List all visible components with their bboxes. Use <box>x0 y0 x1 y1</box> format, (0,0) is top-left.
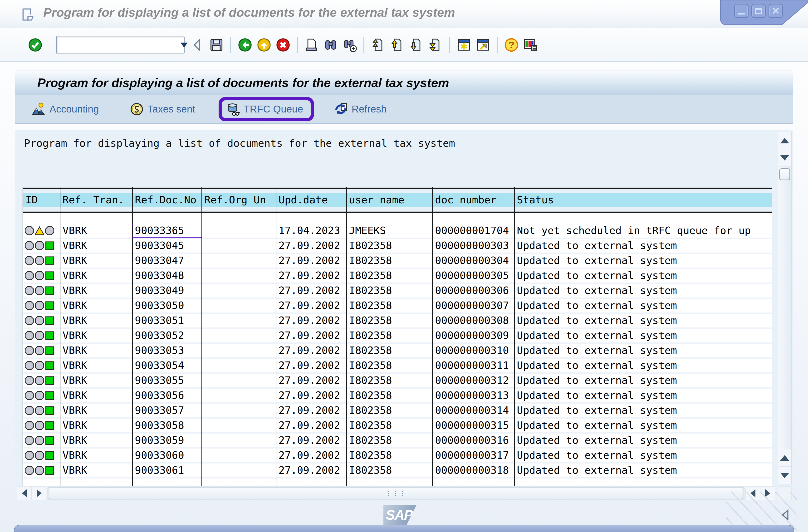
cell-doc-number[interactable]: 000000000318 <box>432 463 514 477</box>
cell-ref-tran[interactable]: VBRK <box>60 434 132 447</box>
cell-user-name[interactable]: JMEEKS <box>346 224 432 238</box>
cell-ref-tran[interactable]: VBRK <box>60 314 132 328</box>
col-doc-number[interactable]: doc number <box>432 192 514 207</box>
status-light-green[interactable] <box>23 239 60 253</box>
cell-ref-doc-no[interactable]: 90033060 <box>132 448 201 462</box>
col-upd-date[interactable]: Upd.date <box>276 192 346 207</box>
cell-ref-doc-no[interactable]: 90033054 <box>132 359 201 372</box>
exit-icon[interactable] <box>257 38 271 52</box>
cell-upd-date[interactable]: 27.09.2002 <box>276 254 346 268</box>
col-user-name[interactable]: user name <box>346 192 432 207</box>
table-row[interactable]: VBRK9003305027.09.2002I80235800000000030… <box>23 299 772 314</box>
cell-status[interactable]: Updated to external system <box>514 463 772 477</box>
cell-doc-number[interactable]: 000000000316 <box>432 434 514 447</box>
status-light-green[interactable] <box>23 448 60 462</box>
help-icon[interactable]: ? <box>504 38 519 52</box>
cell-ref-org-un[interactable] <box>201 329 276 343</box>
cell-status[interactable]: Updated to external system <box>514 269 772 282</box>
vertical-scrollbar[interactable] <box>778 132 792 484</box>
cell-ref-tran[interactable]: VBRK <box>60 463 132 477</box>
cell-upd-date[interactable]: 27.09.2002 <box>276 389 346 402</box>
cell-doc-number[interactable]: 000000000313 <box>432 389 514 402</box>
col-ref-org-un[interactable]: Ref.Org Un <box>201 192 276 207</box>
scroll-up-button[interactable] <box>778 132 791 149</box>
cell-ref-org-un[interactable] <box>201 254 276 268</box>
cell-ref-org-un[interactable] <box>201 373 276 387</box>
cell-ref-doc-no[interactable]: 90033045 <box>132 239 201 253</box>
table-row[interactable]: VBRK9003305727.09.2002I80235800000000031… <box>23 404 772 419</box>
statusbar-collapse-button[interactable] <box>779 509 791 521</box>
cell-doc-number[interactable]: 000000000310 <box>432 344 514 357</box>
cell-user-name[interactable]: I802358 <box>346 299 432 312</box>
cell-upd-date[interactable]: 27.09.2002 <box>276 404 346 417</box>
command-input[interactable] <box>57 40 181 50</box>
find-icon[interactable] <box>323 38 338 52</box>
find-next-icon[interactable] <box>342 38 357 52</box>
cell-user-name[interactable]: I802358 <box>346 254 432 268</box>
cell-ref-tran[interactable]: VBRK <box>60 344 132 357</box>
cell-user-name[interactable]: I802358 <box>346 314 432 328</box>
cell-ref-org-un[interactable] <box>201 269 276 282</box>
table-row[interactable]: VBRK9003305627.09.2002I80235800000000031… <box>23 389 772 404</box>
trfc-queue-button[interactable]: TRFC Queue <box>226 102 303 116</box>
horizontal-scrollbar-thumb[interactable]: ⋮⋮⋮ <box>49 487 743 499</box>
status-light-green[interactable] <box>23 404 60 417</box>
cell-ref-doc-no[interactable]: 90033053 <box>132 344 201 357</box>
table-row[interactable]: VBRK9003304727.09.2002I80235800000000030… <box>23 254 772 269</box>
cell-ref-doc-no[interactable]: 90033057 <box>132 404 201 417</box>
cell-status[interactable]: Updated to external system <box>514 284 772 297</box>
cell-status[interactable]: Updated to external system <box>514 404 772 417</box>
close-button[interactable]: ✕ <box>769 4 783 18</box>
cell-doc-number[interactable]: 000000001704 <box>432 224 514 238</box>
cell-user-name[interactable]: I802358 <box>346 239 432 253</box>
command-field[interactable] <box>56 36 185 54</box>
enter-icon[interactable] <box>28 38 42 52</box>
cell-ref-org-un[interactable] <box>201 463 276 477</box>
cell-ref-tran[interactable]: VBRK <box>60 224 132 238</box>
cell-ref-doc-no[interactable]: 90033059 <box>132 434 201 447</box>
minimize-button[interactable] <box>734 4 749 18</box>
cell-ref-tran[interactable]: VBRK <box>60 329 132 343</box>
table-row[interactable]: VBRK9003305227.09.2002I80235800000000030… <box>23 329 772 344</box>
cell-upd-date[interactable]: 27.09.2002 <box>276 344 346 357</box>
cell-upd-date[interactable]: 27.09.2002 <box>276 448 346 462</box>
cell-upd-date[interactable]: 27.09.2002 <box>276 359 346 372</box>
cell-ref-doc-no[interactable]: 90033365 <box>132 224 201 238</box>
cell-ref-tran[interactable]: VBRK <box>60 419 132 432</box>
cell-status[interactable]: Updated to external system <box>514 359 772 372</box>
cell-user-name[interactable]: I802358 <box>346 419 432 432</box>
status-light-green[interactable] <box>23 463 60 477</box>
vertical-scrollbar-thumb[interactable] <box>779 168 790 180</box>
cell-upd-date[interactable]: 27.09.2002 <box>276 373 346 387</box>
table-row[interactable]: VBRK9003305327.09.2002I80235800000000031… <box>23 344 772 359</box>
status-light-yellow[interactable] <box>23 224 60 238</box>
table-row[interactable]: VBRK9003305127.09.2002I80235800000000030… <box>23 314 772 329</box>
scroll-down-button[interactable] <box>778 149 791 166</box>
cell-doc-number[interactable]: 000000000306 <box>432 284 514 297</box>
cell-user-name[interactable]: I802358 <box>346 373 432 387</box>
cell-ref-doc-no[interactable]: 90033047 <box>132 254 201 268</box>
command-collapse-icon[interactable] <box>190 38 205 52</box>
print-icon[interactable] <box>304 38 319 52</box>
previous-page-icon[interactable] <box>390 38 405 52</box>
cell-status[interactable]: Updated to external system <box>514 448 772 462</box>
scroll-down-button-bottom[interactable] <box>778 467 791 484</box>
cell-user-name[interactable]: I802358 <box>346 269 432 282</box>
status-light-green[interactable] <box>23 344 60 357</box>
status-light-green[interactable] <box>23 254 60 268</box>
cell-doc-number[interactable]: 000000000312 <box>432 373 514 387</box>
scroll-up-button-bottom[interactable] <box>778 450 791 466</box>
cell-ref-tran[interactable]: VBRK <box>60 359 132 372</box>
cell-doc-number[interactable]: 000000000304 <box>432 254 514 268</box>
col-ref-tran-[interactable]: Ref. Tran. <box>60 192 132 207</box>
cell-ref-doc-no[interactable]: 90033049 <box>132 284 201 297</box>
cell-status[interactable]: Updated to external system <box>514 389 772 402</box>
status-light-green[interactable] <box>23 419 60 432</box>
status-light-green[interactable] <box>23 284 60 297</box>
status-light-green[interactable] <box>23 359 60 372</box>
cell-ref-doc-no[interactable]: 90033061 <box>132 463 201 477</box>
cell-doc-number[interactable]: 000000000311 <box>432 359 514 372</box>
status-light-green[interactable] <box>23 329 60 343</box>
cell-ref-tran[interactable]: VBRK <box>60 373 132 387</box>
cell-ref-tran[interactable]: VBRK <box>60 389 132 402</box>
